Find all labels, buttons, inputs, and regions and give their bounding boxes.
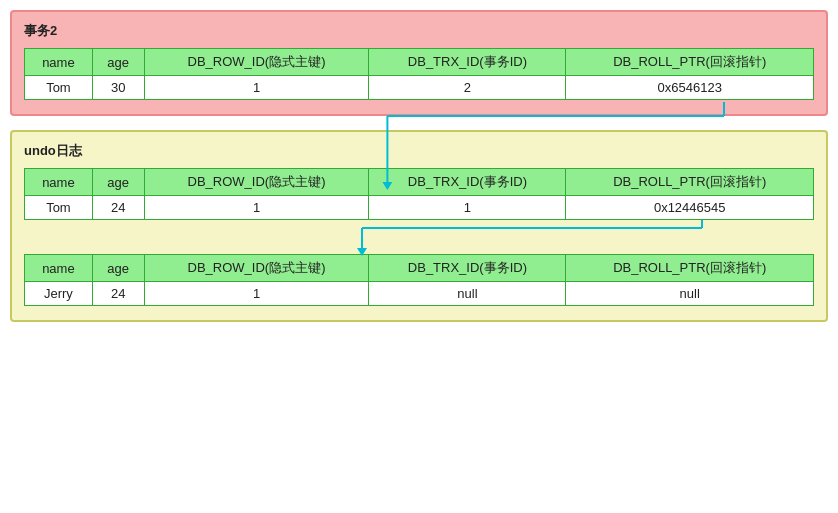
u1-col-trxid-h: DB_TRX_ID(事务ID) bbox=[369, 169, 566, 196]
u1-rollptr: 0x12446545 bbox=[566, 196, 814, 220]
u1-age: 24 bbox=[92, 196, 144, 220]
u1-col-rollptr-h: DB_ROLL_PTR(回滚指针) bbox=[566, 169, 814, 196]
col-age-h: age bbox=[92, 49, 144, 76]
undo1-header-row: name age DB_ROW_ID(隐式主键) DB_TRX_ID(事务ID)… bbox=[25, 169, 814, 196]
u2-rollptr: null bbox=[566, 282, 814, 306]
u2-col-trxid-h: DB_TRX_ID(事务ID) bbox=[369, 255, 566, 282]
undo-section: undo日志 name age DB_ROW_ID(隐式主键) DB_TRX_I… bbox=[10, 130, 828, 322]
undo-title: undo日志 bbox=[24, 142, 814, 160]
t-trxid: 2 bbox=[369, 76, 566, 100]
undo1-data-row: Tom 24 1 1 0x12446545 bbox=[25, 196, 814, 220]
col-rowid-h: DB_ROW_ID(隐式主键) bbox=[144, 49, 369, 76]
transaction-section: 事务2 name age DB_ROW_ID(隐式主键) DB_TRX_ID(事… bbox=[10, 10, 828, 116]
inner-arrow-container bbox=[24, 220, 814, 254]
t-rollptr: 0x6546123 bbox=[566, 76, 814, 100]
u1-name: Tom bbox=[25, 196, 93, 220]
u1-trxid: 1 bbox=[369, 196, 566, 220]
undo2-header-row: name age DB_ROW_ID(隐式主键) DB_TRX_ID(事务ID)… bbox=[25, 255, 814, 282]
col-rollptr-h: DB_ROLL_PTR(回滚指针) bbox=[566, 49, 814, 76]
t-name: Tom bbox=[25, 76, 93, 100]
undo2-data-row: Jerry 24 1 null null bbox=[25, 282, 814, 306]
col-trxid-h: DB_TRX_ID(事务ID) bbox=[369, 49, 566, 76]
u1-col-name-h: name bbox=[25, 169, 93, 196]
transaction-table: name age DB_ROW_ID(隐式主键) DB_TRX_ID(事务ID)… bbox=[24, 48, 814, 100]
u2-col-rollptr-h: DB_ROLL_PTR(回滚指针) bbox=[566, 255, 814, 282]
transaction-header-row: name age DB_ROW_ID(隐式主键) DB_TRX_ID(事务ID)… bbox=[25, 49, 814, 76]
u1-rowid: 1 bbox=[144, 196, 369, 220]
u2-age: 24 bbox=[92, 282, 144, 306]
t-rowid: 1 bbox=[144, 76, 369, 100]
u2-trxid: null bbox=[369, 282, 566, 306]
u1-col-age-h: age bbox=[92, 169, 144, 196]
u1-col-rowid-h: DB_ROW_ID(隐式主键) bbox=[144, 169, 369, 196]
undo-table2: name age DB_ROW_ID(隐式主键) DB_TRX_ID(事务ID)… bbox=[24, 254, 814, 306]
undo-table1: name age DB_ROW_ID(隐式主键) DB_TRX_ID(事务ID)… bbox=[24, 168, 814, 220]
t-age: 30 bbox=[92, 76, 144, 100]
transaction-title: 事务2 bbox=[24, 22, 814, 40]
u2-rowid: 1 bbox=[144, 282, 369, 306]
col-name-h: name bbox=[25, 49, 93, 76]
u2-col-name-h: name bbox=[25, 255, 93, 282]
transaction-data-row: Tom 30 1 2 0x6546123 bbox=[25, 76, 814, 100]
u2-col-rowid-h: DB_ROW_ID(隐式主键) bbox=[144, 255, 369, 282]
u2-col-age-h: age bbox=[92, 255, 144, 282]
inner-arrow-svg bbox=[12, 220, 838, 254]
u2-name: Jerry bbox=[25, 282, 93, 306]
